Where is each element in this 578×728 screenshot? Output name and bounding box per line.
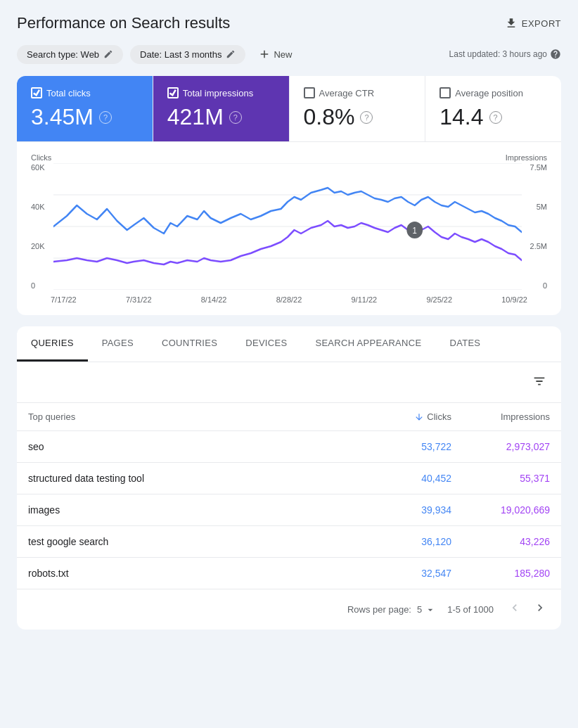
- row-impressions: 185,280: [451, 568, 550, 579]
- y-left-0: 0: [31, 281, 51, 290]
- table-row: robots.txt 32,547 185,280: [17, 558, 561, 589]
- download-icon: [505, 17, 518, 30]
- chart-svg: 1: [53, 163, 522, 290]
- y-right-25m: 2.5M: [525, 242, 547, 250]
- table-row: seo 53,722 2,973,027: [17, 431, 561, 463]
- table-toolbar: [17, 362, 561, 403]
- metric-average-position[interactable]: Average position 14.4 ?: [425, 76, 561, 141]
- help-icon: [550, 49, 561, 60]
- y-axis-left-label: Clicks: [31, 153, 51, 162]
- tab-pages[interactable]: PAGES: [88, 326, 148, 362]
- metric-total-clicks[interactable]: Total clicks 3.45M ?: [17, 76, 153, 141]
- last-updated: Last updated: 3 hours ago: [449, 49, 561, 60]
- plus-icon: [258, 48, 271, 60]
- sort-down-icon: [414, 412, 424, 422]
- page-nav: [505, 598, 550, 621]
- tab-devices[interactable]: DEVICES: [231, 326, 301, 362]
- page-info: 1-5 of 1000: [447, 604, 494, 615]
- tab-countries[interactable]: COUNTRIES: [148, 326, 231, 362]
- page-title: Performance on Search results: [17, 14, 230, 32]
- y-right-0: 0: [525, 281, 547, 290]
- metric-total-impressions[interactable]: Total impressions 421M ?: [153, 76, 290, 141]
- col-header-query: Top queries: [28, 411, 367, 422]
- next-page-button[interactable]: [530, 598, 550, 621]
- clicks-checkbox[interactable]: [31, 87, 42, 98]
- table-filter-button[interactable]: [529, 371, 550, 394]
- row-impressions: 55,371: [451, 473, 550, 484]
- tab-dates[interactable]: DATES: [435, 326, 494, 362]
- search-type-filter[interactable]: Search type: Web: [17, 45, 123, 64]
- row-query[interactable]: test google search: [28, 536, 367, 547]
- chevron-left-icon: [508, 601, 522, 615]
- table-row: images 39,934 19,020,669: [17, 494, 561, 526]
- row-impressions: 43,226: [451, 536, 550, 547]
- y-left-60k: 60K: [31, 163, 51, 172]
- row-clicks: 32,547: [367, 568, 451, 579]
- row-clicks: 40,452: [367, 473, 451, 484]
- y-right-5m: 5M: [525, 203, 547, 211]
- position-help-icon[interactable]: ?: [489, 111, 502, 124]
- row-clicks: 53,722: [367, 441, 451, 452]
- edit-icon: [103, 49, 113, 59]
- row-clicks: 36,120: [367, 536, 451, 547]
- impressions-checkbox[interactable]: [167, 87, 179, 98]
- col-header-clicks[interactable]: Clicks: [367, 411, 451, 422]
- y-left-20k: 20K: [31, 242, 51, 250]
- tab-queries[interactable]: QUERIES: [17, 326, 88, 362]
- metric-average-ctr[interactable]: Average CTR 0.8% ?: [290, 76, 426, 141]
- table-row: test google search 36,120 43,226: [17, 526, 561, 558]
- prev-page-button[interactable]: [505, 598, 525, 621]
- y-left-40k: 40K: [31, 203, 51, 211]
- rows-per-page: Rows per page: 5: [347, 604, 436, 615]
- row-query[interactable]: seo: [28, 441, 367, 452]
- chevron-right-icon: [533, 601, 547, 615]
- row-impressions: 19,020,669: [451, 504, 550, 516]
- chevron-down-icon: [425, 604, 436, 615]
- pagination: Rows per page: 5 1-5 of 1000: [17, 589, 561, 630]
- svg-text:1: 1: [413, 226, 417, 235]
- row-impressions: 2,973,027: [451, 441, 550, 452]
- rows-per-page-select[interactable]: 5: [417, 604, 436, 615]
- export-button[interactable]: EXPORT: [505, 17, 561, 30]
- clicks-help-icon[interactable]: ?: [99, 111, 112, 124]
- filter-icon: [532, 373, 547, 389]
- y-right-75m: 7.5M: [525, 163, 547, 172]
- chart-area: Clicks Impressions 60K 40K 20K 0: [17, 142, 561, 315]
- x-axis-labels: 7/17/22 7/31/22 8/14/22 8/28/22 9/11/22 …: [31, 290, 547, 304]
- tabs-row: QUERIES PAGES COUNTRIES DEVICES SEARCH A…: [17, 326, 561, 362]
- position-checkbox[interactable]: [439, 87, 451, 98]
- new-button[interactable]: New: [252, 44, 297, 65]
- date-filter[interactable]: Date: Last 3 months: [130, 45, 245, 64]
- table-header: Top queries Clicks Impressions: [17, 403, 561, 431]
- col-header-impressions[interactable]: Impressions: [451, 411, 550, 422]
- ctr-checkbox[interactable]: [304, 87, 315, 98]
- table-body: seo 53,722 2,973,027 structured data tes…: [17, 431, 561, 589]
- row-query[interactable]: images: [28, 504, 367, 516]
- impressions-help-icon[interactable]: ?: [229, 111, 242, 124]
- metrics-row: Total clicks 3.45M ? Total impressions 4…: [17, 76, 561, 142]
- metrics-chart-card: Total clicks 3.45M ? Total impressions 4…: [17, 76, 561, 315]
- ctr-help-icon[interactable]: ?: [360, 111, 373, 124]
- tab-search-appearance[interactable]: SEARCH APPEARANCE: [301, 326, 435, 362]
- edit-icon: [226, 49, 236, 59]
- row-query[interactable]: structured data testing tool: [28, 473, 367, 484]
- row-clicks: 39,934: [367, 504, 451, 516]
- tabs-table-card: QUERIES PAGES COUNTRIES DEVICES SEARCH A…: [17, 326, 561, 630]
- row-query[interactable]: robots.txt: [28, 568, 367, 579]
- table-row: structured data testing tool 40,452 55,3…: [17, 463, 561, 494]
- y-axis-right-label: Impressions: [506, 153, 547, 162]
